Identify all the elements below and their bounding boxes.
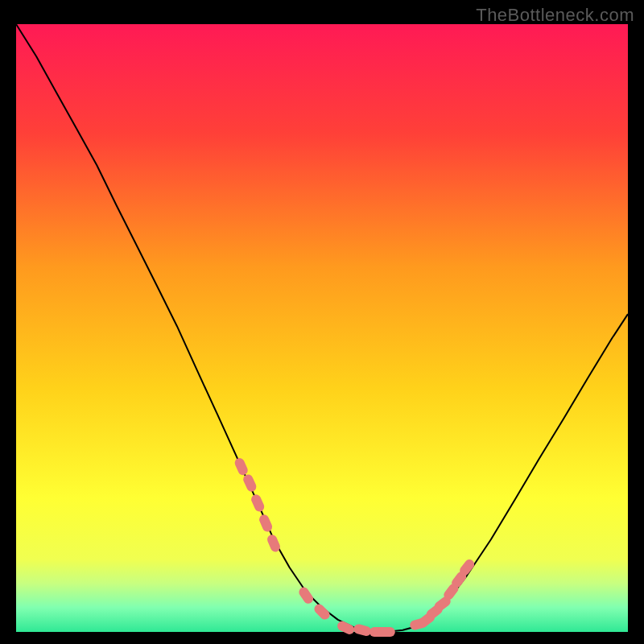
plot-background — [16, 24, 628, 632]
bottleneck-chart — [0, 0, 644, 644]
chart-container: TheBottleneck.com — [0, 0, 644, 644]
highlight-marker — [378, 627, 395, 637]
